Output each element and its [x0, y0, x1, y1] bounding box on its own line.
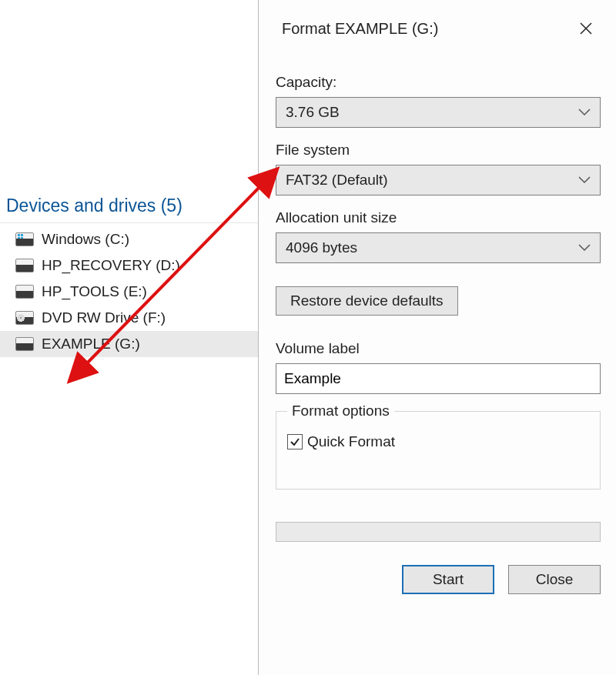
format-options-group: Format options Quick Format [276, 411, 601, 490]
drive-label: Windows (C:) [42, 231, 129, 248]
quick-format-label: Quick Format [307, 433, 395, 450]
capacity-value: 3.76 GB [286, 104, 340, 121]
devices-section-header[interactable]: Devices and drives (5) [0, 192, 258, 223]
close-button[interactable] [571, 15, 601, 42]
chevron-down-icon [578, 176, 591, 184]
allocation-label: Allocation unit size [276, 209, 601, 226]
filesystem-label: File system [276, 142, 601, 159]
volume-label-label: Volume label [276, 340, 601, 357]
drive-icon [15, 337, 34, 351]
progress-bar [276, 522, 601, 542]
volume-label-input[interactable] [276, 363, 601, 394]
capacity-label: Capacity: [276, 74, 601, 91]
allocation-select[interactable]: 4096 bytes [276, 232, 601, 263]
drive-label: HP_TOOLS (E:) [42, 283, 147, 300]
dialog-title: Format EXAMPLE (G:) [282, 20, 438, 38]
dialog-titlebar: Format EXAMPLE (G:) [259, 0, 616, 57]
optical-drive-icon [15, 311, 34, 325]
drive-item-windows-c[interactable]: Windows (C:) [0, 226, 258, 252]
drive-icon [15, 259, 34, 272]
restore-defaults-button[interactable]: Restore device defaults [276, 286, 458, 316]
drive-icon [15, 232, 34, 246]
start-button[interactable]: Start [402, 565, 494, 594]
drive-label: EXAMPLE (G:) [42, 336, 140, 353]
close-dialog-button[interactable]: Close [508, 565, 601, 594]
chevron-down-icon [578, 109, 591, 116]
drive-label: HP_RECOVERY (D:) [42, 257, 180, 274]
drive-item-hp-tools[interactable]: HP_TOOLS (E:) [0, 279, 258, 305]
allocation-value: 4096 bytes [286, 239, 357, 256]
quick-format-checkbox[interactable]: Quick Format [287, 433, 589, 450]
checkbox-checked-icon [287, 434, 303, 449]
capacity-select[interactable]: 3.76 GB [276, 97, 601, 128]
format-dialog: Format EXAMPLE (G:) Capacity: 3.76 GB Fi… [258, 0, 616, 675]
filesystem-value: FAT32 (Default) [286, 172, 388, 189]
close-icon [579, 22, 593, 35]
drive-icon [15, 285, 34, 299]
filesystem-select[interactable]: FAT32 (Default) [276, 165, 601, 195]
drive-list: Windows (C:) HP_RECOVERY (D:) HP_TOOLS (… [0, 226, 258, 357]
format-options-legend: Format options [287, 403, 394, 419]
drive-item-dvd-rw[interactable]: DVD RW Drive (F:) [0, 305, 258, 331]
chevron-down-icon [578, 244, 591, 252]
drive-item-example-g[interactable]: EXAMPLE (G:) [0, 331, 258, 357]
drive-label: DVD RW Drive (F:) [42, 309, 166, 326]
drive-item-hp-recovery[interactable]: HP_RECOVERY (D:) [0, 252, 258, 279]
explorer-devices-section: Devices and drives (5) Windows (C:) HP_R… [0, 192, 258, 357]
